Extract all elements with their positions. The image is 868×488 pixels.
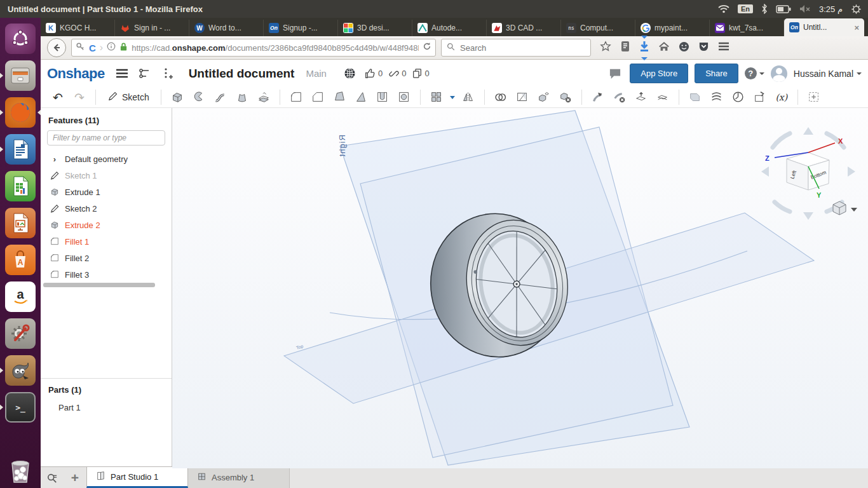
studio-tab-part-studio-1[interactable]: Part Studio 1 <box>86 467 188 488</box>
replace-face-icon[interactable] <box>632 88 651 106</box>
home-icon[interactable] <box>658 41 670 55</box>
studio-tab-assembly-1[interactable]: Assembly 1 <box>188 467 290 488</box>
app-store-button[interactable]: App Store <box>630 64 688 83</box>
shell-icon[interactable] <box>373 88 392 106</box>
versions-icon[interactable] <box>137 65 153 82</box>
downloads-icon[interactable] <box>639 41 649 55</box>
pocket-icon[interactable] <box>698 41 709 55</box>
launcher-item-libreoffice-calc[interactable] <box>5 171 36 201</box>
delete-part-icon[interactable] <box>556 88 575 106</box>
browser-tab-4[interactable]: OnSignup -... <box>264 20 338 36</box>
launcher-item-ubuntu-dash[interactable] <box>5 24 36 54</box>
feature-item-extrude-2[interactable]: Extrude 2 <box>41 217 172 233</box>
feature-item-sketch-1[interactable]: Sketch 1 <box>41 167 172 184</box>
launcher-item-amazon[interactable]: a <box>5 281 36 312</box>
launcher-item-libreoffice-writer[interactable] <box>5 134 36 165</box>
browser-tab-11[interactable]: OnUntitl...× <box>784 18 864 36</box>
add-studio-tab-button[interactable]: + <box>64 467 86 488</box>
browser-tab-10[interactable]: kwt_7sa... <box>710 20 784 36</box>
sweep-icon[interactable] <box>211 88 230 106</box>
volume-muted-icon[interactable] <box>799 4 811 13</box>
launcher-item-trash[interactable] <box>5 454 36 485</box>
graphics-viewport[interactable]: Right Top <box>172 108 868 466</box>
browser-tab-3[interactable]: WWord to... <box>189 20 264 36</box>
public-globe-icon[interactable] <box>342 65 358 82</box>
feature-item-fillet-1[interactable]: Fillet 1 <box>41 233 172 250</box>
feature-item-fillet-3[interactable]: Fillet 3 <box>41 266 172 283</box>
battery-icon[interactable] <box>776 5 791 13</box>
feature-item-fillet-2[interactable]: Fillet 2 <box>41 250 172 266</box>
feature-filter-input[interactable] <box>47 130 165 146</box>
launcher-item-files[interactable] <box>5 60 36 91</box>
boolean-icon[interactable] <box>491 88 510 106</box>
launcher-item-system-settings[interactable] <box>5 318 36 349</box>
workspace-name[interactable]: Main <box>306 68 327 79</box>
extension-smiley-icon[interactable] <box>679 41 689 55</box>
reload-icon[interactable] <box>423 42 431 53</box>
browser-tab-8[interactable]: nsComput... <box>561 20 635 36</box>
browser-tab-1[interactable]: KKGOC H... <box>41 20 115 36</box>
helix-icon[interactable] <box>707 88 726 106</box>
bluetooth-icon[interactable] <box>761 4 768 14</box>
feature-item-extrude-1[interactable]: Extrude 1 <box>41 184 172 200</box>
links-stat[interactable]: 0 <box>389 69 406 79</box>
hole-icon[interactable] <box>395 88 414 106</box>
custom-feature-icon[interactable] <box>804 88 824 106</box>
rib-icon[interactable] <box>351 88 370 106</box>
comments-icon[interactable] <box>607 65 623 82</box>
launcher-item-gimp[interactable] <box>5 355 36 386</box>
info-icon[interactable] <box>107 42 116 53</box>
copies-stat[interactable]: 0 <box>412 68 429 79</box>
transform-icon[interactable] <box>534 88 553 106</box>
help-menu[interactable]: ? <box>745 67 764 79</box>
launcher-item-firefox[interactable] <box>5 97 36 128</box>
bookmark-star-icon[interactable] <box>600 41 611 55</box>
likes-stat[interactable]: 0 <box>365 68 383 79</box>
wifi-icon[interactable] <box>718 4 729 13</box>
linear-pattern-icon[interactable] <box>427 88 446 106</box>
url-bar[interactable]: C › https://cad.onshape.com/documents/23… <box>71 39 436 57</box>
redo-icon[interactable]: ↷ <box>70 88 89 106</box>
browser-tab-5[interactable]: 3D desi... <box>338 20 412 36</box>
url-text[interactable]: https://cad.onshape.com/documents/2386bc… <box>132 43 419 53</box>
clock[interactable]: م 3:25 <box>819 4 843 14</box>
menu-hamburger-icon[interactable] <box>718 42 729 53</box>
bookmarks-menu-icon[interactable] <box>620 41 630 55</box>
plane-icon[interactable] <box>686 88 705 106</box>
loft-icon[interactable] <box>233 88 252 106</box>
search-input[interactable] <box>459 43 585 53</box>
lock-icon[interactable] <box>119 42 128 54</box>
launcher-item-terminal[interactable]: >_ <box>5 392 36 423</box>
browser-tab-9[interactable]: mypaint... <box>635 20 710 36</box>
search-box[interactable] <box>441 39 591 57</box>
search-tabs-icon[interactable] <box>41 467 64 488</box>
insert-version-icon[interactable] <box>159 65 176 82</box>
thicken-icon[interactable] <box>254 88 273 106</box>
mirror-icon[interactable] <box>459 88 478 106</box>
user-avatar[interactable] <box>771 65 787 82</box>
launcher-item-ubuntu-software[interactable]: A <box>5 245 36 275</box>
dropdown-caret-icon[interactable] <box>450 96 455 99</box>
new-tab-button[interactable]: + <box>864 21 868 36</box>
part-item[interactable]: Part 1 <box>41 400 172 415</box>
circular-pattern-icon[interactable] <box>729 88 748 106</box>
extrude-icon[interactable] <box>168 88 187 106</box>
import-icon[interactable] <box>750 88 770 106</box>
share-button[interactable]: Share <box>695 64 738 83</box>
sketch-button[interactable]: Sketch <box>102 89 154 105</box>
main-menu-icon[interactable] <box>114 65 130 82</box>
revolve-icon[interactable] <box>189 88 208 106</box>
undo-icon[interactable]: ↶ <box>48 88 67 106</box>
feature-item-default-geometry[interactable]: ›Default geometry <box>41 151 172 167</box>
keyboard-layout-indicator[interactable]: En <box>738 4 753 13</box>
launcher-item-libreoffice-impress[interactable] <box>5 208 36 238</box>
delete-face-icon[interactable] <box>610 88 629 106</box>
back-button[interactable] <box>47 38 66 57</box>
session-gear-icon[interactable] <box>851 4 862 15</box>
saved-login-key-icon[interactable] <box>76 42 85 54</box>
close-tab-icon[interactable]: × <box>854 23 859 32</box>
browser-tab-2[interactable]: Sign in - ... <box>115 20 189 36</box>
fillet-icon[interactable] <box>287 88 306 106</box>
feature-panel-scrollbar[interactable] <box>43 283 155 287</box>
document-title[interactable]: Untitled document <box>189 67 295 81</box>
